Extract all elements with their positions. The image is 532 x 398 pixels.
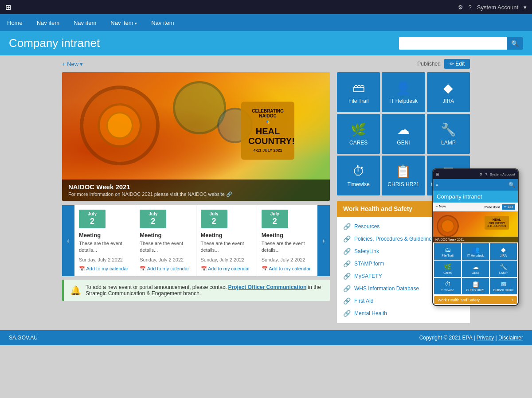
whs-link-label-6: First Aid xyxy=(354,298,373,304)
mobile-ql-tile-2[interactable]: ◆JIRA xyxy=(490,243,517,260)
ql-label-2: JIRA xyxy=(442,98,454,104)
mobile-ql-label-5: LAMP xyxy=(499,271,508,274)
event-details-3: These are the event details... xyxy=(262,240,313,254)
ql-icon-4: ☁ xyxy=(397,122,410,137)
quick-link-tile-lamp[interactable]: 🔧LAMP xyxy=(427,114,470,154)
mobile-ql-tile-6[interactable]: ⏱Timewise xyxy=(434,278,461,294)
footer-disclaimer-link[interactable]: Disclaimer xyxy=(498,335,523,341)
mobile-ql-tile-5[interactable]: 🔧LAMP xyxy=(490,261,517,277)
mobile-whs-header[interactable]: Work Health and Safety + xyxy=(434,296,517,304)
mobile-ql-tile-8[interactable]: ✉Outlook Online xyxy=(490,278,517,294)
whs-link-label-7: Mental Health xyxy=(354,310,387,316)
whs-link-icon-3: 🔗 xyxy=(343,260,351,267)
hero-caption: NAIDOC Week 2021 For more information on… xyxy=(62,179,330,201)
add-to-calendar-1[interactable]: 📅 Add to my calendar xyxy=(140,266,191,272)
event-title-1: Meeting xyxy=(140,232,191,238)
ql-label-0: File Trail xyxy=(348,98,368,104)
mobile-heal-dates: 4-11 JULY 2021 xyxy=(487,225,507,227)
quick-link-tile-it-helpdesk[interactable]: 👤IT Helpdesk xyxy=(382,72,425,112)
add-to-calendar-0[interactable]: 📅 Add to my calendar xyxy=(79,266,130,272)
mobile-ql-tile-7[interactable]: 📋CHRIS HR21 xyxy=(462,278,489,294)
whs-link-label-5: WHS Information Database xyxy=(354,285,419,292)
heal-text: HEAL xyxy=(248,127,287,136)
search-button[interactable]: 🔍 xyxy=(507,37,523,50)
header-bar: Company intranet 🔍 xyxy=(0,31,532,55)
carousel-prev-button[interactable]: ‹ xyxy=(62,205,74,276)
mobile-ql-label-0: File Trail xyxy=(442,254,453,257)
mobile-mockup: ⊞ ⚙ ? System Account ≡ 🔍 Company intrane… xyxy=(432,168,519,306)
user-account[interactable]: System Account xyxy=(477,4,518,11)
ql-label-1: IT Helpdesk xyxy=(389,98,418,104)
nav-item-2[interactable]: Nav item xyxy=(72,17,98,29)
nav-item-3-dropdown[interactable]: Nav item ▾ xyxy=(109,17,139,29)
whs-link-7[interactable]: 🔗Mental Health xyxy=(337,307,470,320)
ql-icon-2: ◆ xyxy=(443,81,453,95)
notification-text: To add a new event or portal announcemen… xyxy=(86,284,324,297)
event-day-1: 2 xyxy=(145,217,161,226)
whs-link-icon-0: 🔗 xyxy=(343,223,351,230)
event-date-text-3: Sunday, July 2 2022 xyxy=(262,257,313,262)
mobile-ql-icon-1: 👥 xyxy=(472,246,479,253)
help-icon[interactable]: ? xyxy=(469,4,472,11)
edit-button[interactable]: ✏ Edit xyxy=(444,59,470,69)
mobile-ql-tile-0[interactable]: 🗂File Trail xyxy=(434,243,461,260)
carousel-next-button[interactable]: › xyxy=(317,205,330,276)
mobile-hero: HEAL COUNTRY! 4-11 JULY 2021 NAIDOC Week… xyxy=(433,211,518,242)
event-month-2: July xyxy=(206,211,222,217)
event-details-0: These are the event details... xyxy=(79,240,130,254)
mobile-ql-tile-3[interactable]: 🌿Cares xyxy=(434,261,461,277)
quick-link-tile-cares[interactable]: 🌿CARES xyxy=(337,114,380,154)
whs-link-label-1: Policies, Procedures & Guidelines xyxy=(354,236,434,242)
mobile-ql-icon-5: 🔧 xyxy=(500,263,507,270)
waffle-icon[interactable]: ⊞ xyxy=(5,3,11,12)
mobile-edit-button[interactable]: ✏ Edit xyxy=(502,204,515,210)
event-date-box-1: July 2 xyxy=(140,210,166,228)
mobile-ql-tile-4[interactable]: ☁GENI xyxy=(462,261,489,277)
whs-link-icon-4: 🔗 xyxy=(343,273,351,280)
mobile-ql-label-2: JIRA xyxy=(500,254,507,257)
mobile-quick-links-grid: 🗂File Trail👥IT Helpdesk◆JIRA🌿Cares☁GENI🔧… xyxy=(433,242,518,295)
event-month-0: July xyxy=(84,211,100,217)
event-date-text-1: Sunday, July 2 2022 xyxy=(140,257,191,262)
event-card-3: July 2 Meeting These are the event detai… xyxy=(257,205,317,276)
event-details-2: These are the event details... xyxy=(201,240,252,254)
whs-link-label-0: Resources xyxy=(354,223,379,230)
notification-bar: 🔔 To add a new event or portal announcem… xyxy=(62,280,330,301)
mobile-ql-icon-6: ⏱ xyxy=(445,281,451,288)
quick-link-tile-geni[interactable]: ☁GENI xyxy=(382,114,425,154)
whs-link-label-4: MySAFETY xyxy=(354,273,382,279)
ql-label-3: CARES xyxy=(349,140,368,146)
mobile-search-icon[interactable]: 🔍 xyxy=(509,182,515,188)
whs-link-label-2: SafetyLink xyxy=(354,248,379,254)
footer-privacy-link[interactable]: Privacy xyxy=(477,335,494,341)
quick-link-tile-timewise[interactable]: ⏱Timewise xyxy=(337,156,380,195)
mobile-ql-icon-0: 🗂 xyxy=(445,246,451,253)
new-chevron-icon: ▾ xyxy=(80,61,83,67)
project-officer-link[interactable]: Project Officer Communication xyxy=(228,284,307,290)
new-button[interactable]: + New ▾ xyxy=(62,61,83,67)
mobile-ql-label-1: IT Helpdesk xyxy=(467,254,484,257)
nav-item-4[interactable]: Nav item xyxy=(149,17,176,29)
quick-link-tile-chris-hr21[interactable]: 📋CHRIS HR21 xyxy=(382,156,425,195)
add-to-calendar-3[interactable]: 📅 Add to my calendar xyxy=(262,266,313,272)
nav-item-3-label: Nav item xyxy=(110,20,133,26)
mobile-ql-tile-1[interactable]: 👥IT Helpdesk xyxy=(462,243,489,260)
heal-dates: 4-11 JULY 2021 xyxy=(248,148,287,152)
nav-item-home[interactable]: Home xyxy=(5,17,24,29)
search-input[interactable] xyxy=(399,37,507,49)
quick-link-tile-jira[interactable]: ◆JIRA xyxy=(427,72,470,112)
settings-icon[interactable]: ⚙ xyxy=(458,4,463,11)
mobile-ql-icon-3: 🌿 xyxy=(444,263,451,270)
hero-subtitle: For more information on NAIDOC 2021 plea… xyxy=(68,191,324,197)
nav-item-1[interactable]: Nav item xyxy=(35,17,61,29)
whs-link-icon-5: 🔗 xyxy=(343,285,351,292)
event-details-1: These are the event details... xyxy=(140,240,191,254)
add-to-calendar-2[interactable]: 📅 Add to my calendar xyxy=(201,266,252,272)
footer-gov: SA.GOV.AU xyxy=(9,335,38,341)
naidoc-link[interactable]: 🔗 xyxy=(226,191,232,197)
ql-icon-7: 📋 xyxy=(395,164,411,179)
mobile-new-button[interactable]: + New xyxy=(436,204,446,210)
quick-link-tile-file-trail[interactable]: 🗃File Trail xyxy=(337,72,380,112)
notification-icon: 🔔 xyxy=(70,285,81,296)
whs-link-icon-6: 🔗 xyxy=(343,297,351,304)
